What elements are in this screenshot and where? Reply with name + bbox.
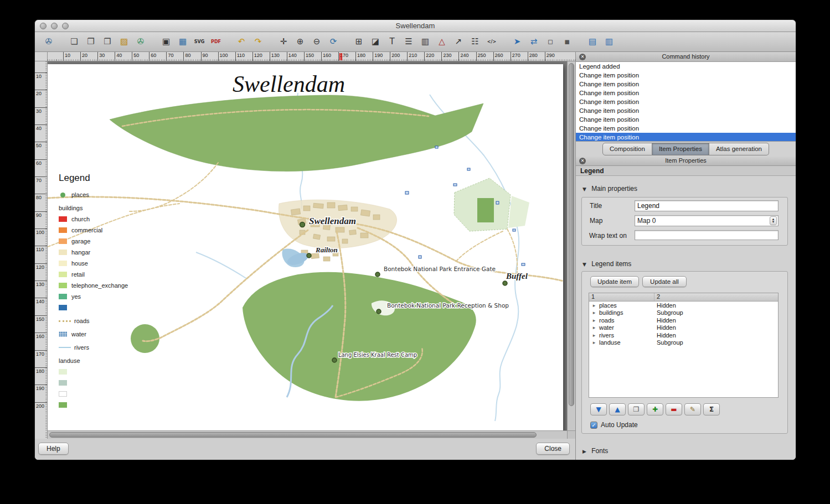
add-image[interactable]: ◪ (367, 34, 384, 50)
garage-swatch-icon (59, 238, 67, 244)
history-item[interactable]: Change item position (576, 133, 796, 142)
zoom-to-selection[interactable]: ▪ (559, 34, 575, 50)
history-item[interactable]: Change item position (576, 71, 796, 80)
history-item[interactable]: Change item position (576, 106, 796, 115)
save-project[interactable]: ✇ (40, 34, 57, 50)
table-header: 1 2 (589, 293, 778, 302)
legend-item-row[interactable]: ▸ roads Hidden (589, 316, 778, 324)
legend-item-row[interactable]: ▸ places Hidden (589, 302, 778, 309)
edit-item[interactable]: ✎ (684, 403, 701, 415)
wrap-text-input[interactable] (635, 230, 779, 240)
scrollbar-thumb[interactable] (569, 63, 574, 406)
canvas-vertical-scrollbar[interactable] (567, 61, 575, 430)
scrollbar-thumb[interactable] (49, 432, 537, 438)
update-all-button[interactable]: Update all (642, 276, 687, 287)
legend-entry-places: places (59, 191, 167, 198)
auto-update-checkbox[interactable]: ✓ (590, 422, 597, 429)
legend-item[interactable]: Legend places buildings church comme (59, 173, 167, 413)
history-item[interactable]: Change item position (576, 115, 796, 124)
legend-item-row[interactable]: ▸ water Hidden (589, 324, 778, 332)
raise-selected-items[interactable]: ▤ (584, 34, 601, 50)
lower-selected-items[interactable]: ▥ (601, 34, 617, 50)
history-item[interactable]: Legend added (576, 62, 796, 71)
add-shape[interactable]: △ (434, 34, 450, 50)
command-history-header: ✕ Command history (576, 52, 796, 62)
main-properties-section-header[interactable]: ▼ Main properties (582, 185, 637, 193)
count-features[interactable]: Σ (703, 403, 720, 415)
duplicate-composition[interactable]: ❐ (83, 34, 99, 50)
fonts-section-header[interactable]: ▶ Fonts (582, 447, 608, 455)
add-attribute-table[interactable]: ☷ (467, 34, 483, 50)
close-panel-icon[interactable]: ✕ (579, 158, 586, 164)
house-swatch-icon (59, 261, 67, 266)
add-html[interactable]: </> (483, 34, 500, 50)
legend-entry-commercial: commercial (59, 227, 167, 233)
history-item[interactable]: Change item position (576, 97, 796, 106)
zoom-out[interactable]: ⊖ (308, 34, 325, 50)
move-item-up[interactable]: ▲ (609, 403, 626, 415)
load-from-template[interactable]: ▨ (116, 34, 132, 50)
expand-triangle-icon[interactable]: ▸ (589, 310, 599, 315)
legend-item-row[interactable]: ▸ rivers Hidden (589, 331, 778, 339)
update-item-button[interactable]: Update item (590, 276, 639, 287)
tab-composition[interactable]: Composition (602, 143, 652, 155)
legend-entry-landuse-1 (59, 368, 167, 375)
add-label[interactable]: T (384, 34, 400, 50)
legend-item-row[interactable]: ▸ landuse Subgroup (589, 339, 778, 347)
zoom-to-item[interactable]: ▫ (542, 34, 559, 50)
refresh-view[interactable]: ⟳ (325, 34, 342, 50)
expand-triangle-icon[interactable]: ▸ (589, 318, 599, 323)
railton-label: Railton (315, 246, 338, 254)
new-composition[interactable]: ❏ (66, 34, 83, 50)
stepper-arrows-icon: ▲▼ (770, 216, 777, 225)
canvas-horizontal-scrollbar[interactable] (48, 430, 567, 439)
export-image[interactable]: ▦ (174, 34, 191, 50)
add-scalebar[interactable]: ▥ (417, 34, 434, 50)
history-item[interactable]: Change item position (576, 80, 796, 89)
history-item[interactable]: Change item position (576, 89, 796, 97)
legend-group-landuse: landuse (59, 357, 167, 364)
title-input[interactable] (635, 200, 779, 211)
undo[interactable]: ↶ (233, 34, 250, 50)
legend-entry-unlabeled-blue (59, 304, 167, 311)
blue-swatch-icon (59, 305, 67, 310)
tab-atlas-generation[interactable]: Atlas generation (709, 143, 769, 155)
legend-item-row[interactable]: ▸ buildings Subgroup (589, 309, 778, 317)
close-panel-icon[interactable]: ✕ (579, 54, 586, 60)
export-svg[interactable]: SVG (191, 34, 208, 50)
remove-item[interactable]: ▬ (666, 403, 682, 415)
history-item[interactable]: Change item position (576, 124, 796, 133)
composition-page[interactable]: Swellendam (48, 64, 563, 433)
redo[interactable]: ↷ (250, 34, 266, 50)
dialog-footer: Help Close (35, 439, 575, 460)
legend-items-table: 1 2 ▸ places Hidden (589, 293, 779, 398)
expand-triangle-icon[interactable]: ▸ (589, 303, 599, 308)
zoom-in[interactable]: ⊕ (292, 34, 308, 50)
expand-triangle-icon[interactable]: ▸ (589, 340, 599, 345)
add-item[interactable]: ✚ (647, 403, 663, 415)
zoom-full[interactable]: ✛ (275, 34, 292, 50)
vertical-ruler: 1020304050607080901001101201301401501601… (35, 61, 48, 439)
save-as-template[interactable]: ✇ (132, 34, 149, 50)
composer-toolbar: ✇ ❏ ❐ ❒ ▨ ✇ ▣ (35, 32, 796, 52)
help-button[interactable]: Help (38, 443, 69, 455)
select-move-item[interactable]: ➤ (509, 34, 525, 50)
add-group[interactable]: ❐ (628, 403, 645, 415)
print[interactable]: ▣ (158, 34, 174, 50)
expand-triangle-icon[interactable]: ▸ (589, 325, 599, 330)
move-item-content[interactable]: ⇄ (525, 34, 542, 50)
export-pdf[interactable]: PDF (208, 34, 224, 50)
composition-canvas[interactable]: Swellendam (48, 61, 575, 439)
legend-items-section-header[interactable]: ▼ Legend items (582, 260, 631, 268)
water-swatch-icon (59, 331, 67, 337)
add-legend[interactable]: ☰ (400, 34, 417, 50)
composition-manager[interactable]: ❒ (99, 34, 116, 50)
move-item-down[interactable]: ▼ (590, 403, 607, 415)
tab-item-properties[interactable]: Item Properties (652, 143, 709, 155)
add-map[interactable]: ⊞ (350, 34, 367, 50)
map-select[interactable]: Map 0 ▲▼ (635, 215, 779, 226)
landuse-swatch-4-icon (59, 402, 67, 408)
expand-triangle-icon[interactable]: ▸ (589, 332, 599, 338)
add-arrow[interactable]: ↗ (450, 34, 467, 50)
close-button[interactable]: Close (536, 443, 570, 455)
